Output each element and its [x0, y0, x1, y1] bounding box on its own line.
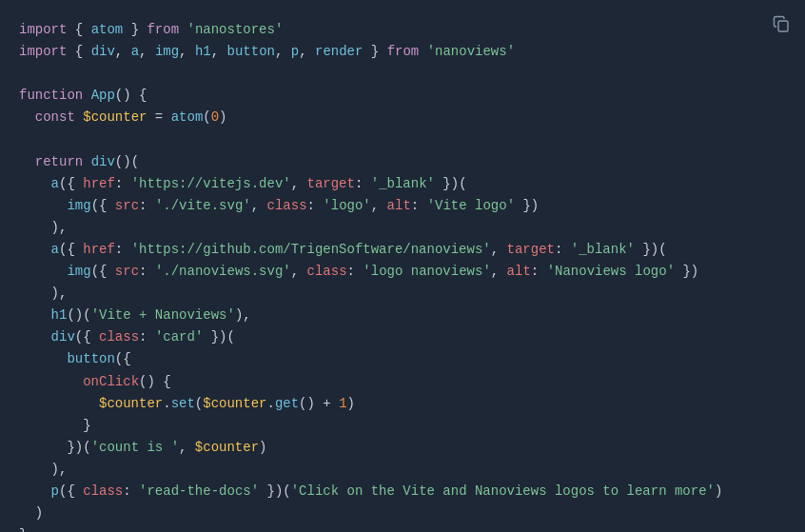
- line-22: }: [19, 524, 786, 532]
- line-5: return div()(: [19, 151, 786, 173]
- line-17: }: [19, 415, 786, 437]
- line-2: import { div, a, img, h1, button, p, ren…: [19, 41, 786, 63]
- line-18: })('count is ', $counter): [19, 437, 786, 459]
- line-12: h1()('Vite + Nanoviews'),: [19, 305, 786, 326]
- line-4: const $counter = atom(0): [19, 107, 786, 128]
- line-19: ),: [19, 459, 786, 481]
- blank-2: [19, 128, 786, 150]
- line-3: function App() {: [19, 85, 786, 107]
- blank-1: [19, 63, 786, 85]
- line-1: import { atom } from 'nanostores': [19, 19, 786, 41]
- svg-rect-0: [778, 21, 788, 31]
- line-11: ),: [19, 283, 786, 305]
- line-6: a({ href: 'https://vitejs.dev', target: …: [19, 173, 786, 195]
- line-16: $counter.set($counter.get() + 1): [19, 393, 786, 415]
- line-15: onClick() {: [19, 371, 786, 393]
- line-13: div({ class: 'card' })(: [19, 326, 786, 348]
- line-7: img({ src: './vite.svg', class: 'logo', …: [19, 195, 786, 217]
- line-20: p({ class: 'read-the-docs' })('Click on …: [19, 481, 786, 502]
- line-21: ): [19, 502, 786, 524]
- line-9: a({ href: 'https://github.com/TrigenSoft…: [19, 239, 786, 261]
- copy-icon[interactable]: [773, 15, 790, 37]
- line-10: img({ src: './nanoviews.svg', class: 'lo…: [19, 261, 786, 283]
- code-block: import { atom } from 'nanostores' import…: [19, 19, 786, 532]
- line-8: ),: [19, 217, 786, 239]
- code-editor: import { atom } from 'nanostores' import…: [0, 0, 805, 532]
- line-14: button({: [19, 348, 786, 370]
